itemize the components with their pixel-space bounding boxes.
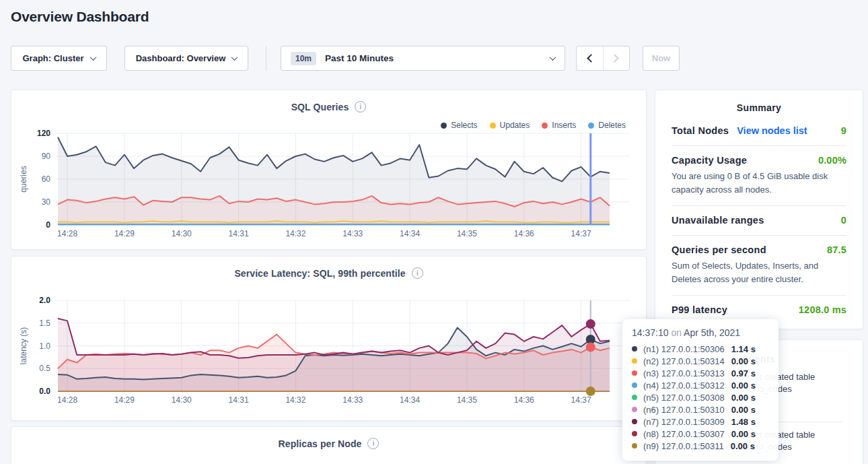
node-address: (n3) 127.0.0.1:50313 [643, 368, 725, 378]
node-latency-value: 1.14 s [731, 344, 756, 354]
summary-value: 87.5 [827, 244, 846, 255]
summary-description: You are using 0 B of 4.5 GiB usable disk… [672, 170, 846, 196]
svg-text:14:35: 14:35 [457, 229, 477, 238]
summary-label: Total Nodes [672, 125, 729, 136]
svg-text:30: 30 [42, 197, 51, 207]
svg-text:14:30: 14:30 [172, 395, 192, 405]
legend-item[interactable]: Inserts [542, 121, 576, 130]
svg-text:1.0: 1.0 [39, 341, 50, 351]
tooltip-node-row: (n8) 127.0.0.1:50307 0.00 s [632, 428, 769, 440]
node-address: (n7) 127.0.0.1:50309 [643, 417, 725, 427]
tooltip-node-row: (n4) 127.0.0.1:50312 0.00 s [632, 379, 769, 391]
info-icon[interactable]: i [355, 101, 366, 112]
node-address: (n1) 127.0.0.1:50306 [643, 344, 725, 354]
dashboard-dropdown[interactable]: Dashboard: Overview [124, 46, 248, 71]
chevron-right-icon [610, 54, 619, 63]
node-address: (n6) 127.0.0.1:50310 [643, 405, 725, 415]
replicas-title-row: Replicas per Node i [11, 438, 646, 449]
node-color-dot [632, 346, 637, 352]
chart-title: Replicas per Node [279, 438, 362, 449]
time-prev-button[interactable] [577, 46, 603, 70]
svg-text:latency (s): latency (s) [19, 327, 28, 364]
node-color-dot [632, 407, 637, 412]
controls-divider [266, 46, 266, 71]
svg-text:14:36: 14:36 [514, 395, 534, 405]
dashboard-dropdown-label: Dashboard: Overview [136, 53, 226, 63]
legend-item[interactable]: Selects [441, 121, 477, 130]
svg-text:14:31: 14:31 [229, 229, 249, 238]
page-title: Overview Dashboard [11, 9, 149, 25]
legend-label: Deletes [598, 121, 626, 130]
time-range-badge: 10m [291, 52, 316, 65]
node-latency-value: 0.00 s [731, 356, 756, 366]
chevron-left-icon [587, 54, 595, 63]
charts-column: 14:2814:2914:3014:3114:3214:3314:3414:35… [11, 90, 647, 464]
node-latency-value: 0.00 s [731, 393, 756, 403]
graph-dropdown[interactable]: Graph: Cluster [11, 46, 107, 71]
node-color-dot [632, 419, 637, 424]
svg-text:14:31: 14:31 [229, 395, 249, 405]
summary-value: 9 [841, 125, 846, 136]
time-range-label: Past 10 Minutes [325, 53, 550, 63]
view-nodes-link[interactable]: View nodes list [737, 125, 807, 136]
svg-text:0.5: 0.5 [39, 364, 50, 373]
time-next-button[interactable] [603, 46, 630, 70]
svg-text:60: 60 [42, 174, 51, 184]
summary-value: 0.00% [818, 155, 846, 166]
chart-title: SQL Queries [291, 102, 349, 112]
svg-text:queries: queries [19, 166, 28, 192]
node-latency-value: 1.48 s [731, 417, 756, 427]
node-address: (n4) 127.0.0.1:50312 [643, 380, 725, 391]
node-address: (n5) 127.0.0.1:50308 [643, 393, 725, 403]
overview-dashboard-page: { "page": { "title": "Overview Dashboard… [0, 0, 868, 464]
tooltip-node-row: (n1) 127.0.0.1:50306 1.14 s [632, 343, 769, 355]
info-icon[interactable]: i [412, 267, 423, 279]
chart-legend: Selects Updates Inserts Deletes [441, 121, 626, 130]
controls-bar: Graph: Cluster Dashboard: Overview 10m P… [0, 46, 868, 71]
latency-card: 14:2814:2914:3014:3114:3214:3314:3414:35… [11, 256, 647, 421]
svg-text:120: 120 [37, 129, 50, 138]
svg-text:14:34: 14:34 [400, 395, 420, 405]
node-address: (n9) 127.0.0.1:50311 [643, 441, 724, 451]
svg-text:2.0: 2.0 [39, 296, 50, 305]
node-latency-value: 0.00 s [731, 441, 755, 451]
legend-item[interactable]: Updates [490, 121, 530, 130]
chevron-down-icon [550, 54, 556, 61]
legend-item[interactable]: Deletes [588, 121, 626, 130]
time-range-dropdown[interactable]: 10m Past 10 Minutes [281, 46, 565, 71]
svg-text:14:28: 14:28 [57, 229, 77, 238]
svg-text:14:30: 14:30 [172, 229, 192, 238]
chart-tooltip: 14:37:10 on Apr 5th, 2021 (n1) 127.0.0.1… [622, 319, 779, 461]
tooltip-node-row: (n9) 127.0.0.1:50311 0.00 s [632, 440, 769, 452]
legend-dot [542, 123, 548, 129]
tooltip-on: on [671, 327, 682, 338]
latency-chart[interactable]: 14:2814:2914:3014:3114:3214:3314:3414:35… [11, 257, 646, 420]
tooltip-date: Apr 5th, 2021 [684, 327, 740, 338]
summary-label: Unavailable ranges [672, 215, 764, 226]
svg-text:14:29: 14:29 [114, 229, 135, 238]
summary-row-qps: Queries per second 87.5 Sum of Selects, … [672, 236, 846, 296]
node-color-dot [632, 358, 637, 364]
replicas-card: Replicas per Node i [11, 426, 647, 464]
svg-text:14:37: 14:37 [571, 229, 591, 238]
now-button[interactable]: Now [643, 46, 680, 71]
svg-text:14:37: 14:37 [571, 395, 591, 405]
tooltip-node-row: (n3) 127.0.0.1:50313 0.97 s [632, 367, 769, 379]
svg-text:14:32: 14:32 [285, 229, 305, 238]
svg-text:90: 90 [42, 152, 51, 161]
svg-text:1.5: 1.5 [39, 319, 50, 328]
svg-text:14:28: 14:28 [57, 395, 77, 405]
tooltip-node-row: (n6) 127.0.0.1:50310 0.00 s [632, 403, 769, 416]
info-icon[interactable]: i [367, 438, 379, 449]
summary-row-unavailable-ranges: Unavailable ranges 0 [672, 206, 846, 236]
svg-text:14:33: 14:33 [342, 395, 363, 405]
sql-queries-chart[interactable]: 14:2814:2914:3014:3114:3214:3314:3414:35… [11, 90, 646, 249]
node-latency-value: 0.00 s [731, 380, 756, 391]
node-latency-value: 0.00 s [731, 429, 756, 439]
tooltip-rows: (n1) 127.0.0.1:50306 1.14 s (n2) 127.0.0… [632, 343, 769, 452]
svg-text:14:34: 14:34 [400, 229, 420, 238]
chevron-down-icon [231, 54, 238, 61]
node-address: (n2) 127.0.0.1:50314 [643, 356, 725, 366]
node-color-dot [632, 443, 637, 449]
svg-text:14:32: 14:32 [285, 395, 305, 405]
